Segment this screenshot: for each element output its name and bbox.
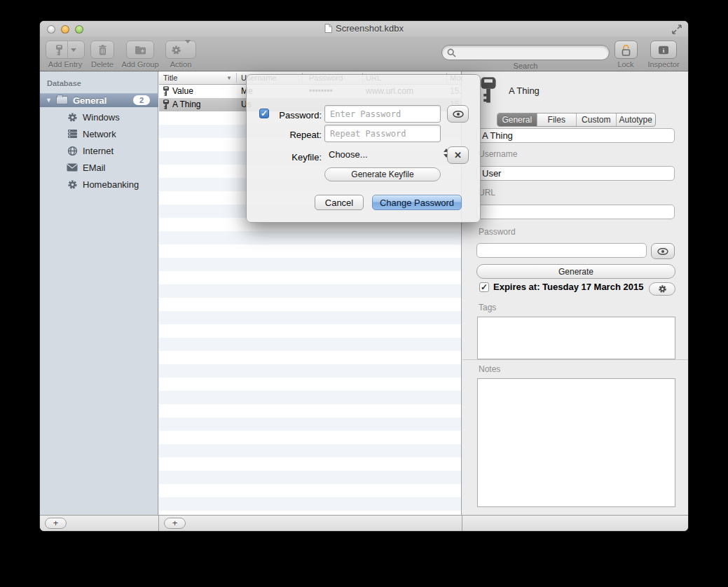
action-label: Action <box>165 60 196 69</box>
sidebar-group-general[interactable]: ▼ General 2 <box>40 93 158 107</box>
keyfile-value: Choose... <box>329 149 368 160</box>
inspector-tabs: General Files Custom Autotype <box>497 113 656 127</box>
delete-button[interactable] <box>90 41 114 59</box>
password-field[interactable] <box>476 243 647 258</box>
disclosure-triangle-icon[interactable]: ▼ <box>46 97 52 104</box>
envelope-icon <box>66 163 78 172</box>
key-icon <box>479 76 497 104</box>
sidebar-item-label: EMail <box>83 163 106 173</box>
document-icon <box>324 24 332 33</box>
bottom-bar: + + <box>40 515 688 531</box>
add-entry-dropdown[interactable] <box>67 41 79 58</box>
server-icon <box>66 129 78 139</box>
show-password-button[interactable] <box>651 243 675 259</box>
chevron-down-icon <box>71 48 76 52</box>
column-header-title[interactable]: Title <box>163 74 177 82</box>
window-chrome: Screenshot.kdbx Add Entry <box>40 21 688 71</box>
sidebar-item-label: Network <box>83 129 116 139</box>
sidebar-group-label: General <box>73 95 107 106</box>
gear-icon <box>658 284 667 294</box>
repeat-input[interactable] <box>324 125 441 142</box>
sidebar-item-network[interactable]: Network <box>40 125 158 142</box>
section-divider <box>462 359 688 360</box>
sidebar: Database ▼ General 2 Windows <box>40 71 158 515</box>
notes-input[interactable] <box>477 378 675 507</box>
delete-label: Delete <box>89 60 116 69</box>
add-entry-label: Add Entry <box>45 60 85 69</box>
action-button[interactable] <box>165 41 196 59</box>
url-field[interactable] <box>476 205 675 219</box>
column-divider[interactable] <box>236 73 237 83</box>
desktop-background: Screenshot.kdbx Add Entry <box>0 0 728 587</box>
cell-title: Value <box>172 86 193 96</box>
generate-keyfile-label: Generate Keyfile <box>351 170 413 179</box>
tags-label: Tags <box>479 303 496 312</box>
add-group-button[interactable] <box>126 41 154 59</box>
delete-group: Delete <box>89 41 116 69</box>
sort-descending-icon: ▼ <box>226 75 232 81</box>
tab-custom[interactable]: Custom <box>577 113 617 126</box>
plus-icon: + <box>53 518 59 528</box>
generate-password-button[interactable]: Generate <box>476 264 675 279</box>
tags-input[interactable] <box>477 317 675 359</box>
inspector-label: Inspector <box>644 60 683 69</box>
username-label: Username <box>479 149 517 159</box>
tab-autotype[interactable]: Autotype <box>617 113 656 126</box>
close-icon: ✕ <box>454 150 462 160</box>
add-entry-plus-button[interactable]: + <box>164 518 186 529</box>
expires-checkbox[interactable]: ✓ <box>479 282 489 292</box>
action-dropdown[interactable] <box>181 43 194 56</box>
search-field[interactable] <box>441 45 610 60</box>
sidebar-item-windows[interactable]: Windows <box>40 109 158 125</box>
keyfile-label: Keyfile: <box>252 152 322 163</box>
add-group-group: Add Group <box>119 41 161 69</box>
inspector-button[interactable]: i <box>650 41 677 59</box>
app-window: Screenshot.kdbx Add Entry <box>40 21 688 531</box>
folder-icon <box>56 96 68 104</box>
change-password-label: Change Password <box>380 198 454 208</box>
add-entry-button[interactable] <box>46 41 85 59</box>
change-password-button[interactable]: Change Password <box>372 195 462 210</box>
folder-plus-icon <box>135 46 146 55</box>
lock-open-icon <box>621 44 631 56</box>
window-title-area: Screenshot.kdbx <box>40 23 688 34</box>
lock-group: Lock <box>612 41 640 69</box>
gear-icon <box>66 179 78 190</box>
inspector-entry-title: A Thing <box>509 85 540 96</box>
show-password-button[interactable] <box>447 105 469 123</box>
gear-icon <box>66 112 78 123</box>
key-icon <box>163 99 170 110</box>
lock-button[interactable] <box>614 41 638 59</box>
search-label: Search <box>441 62 610 70</box>
sidebar-item-label: Windows <box>83 112 120 123</box>
window-title: Screenshot.kdbx <box>336 23 404 34</box>
add-group-plus-button[interactable]: + <box>45 518 67 529</box>
tab-general[interactable]: General <box>497 113 537 126</box>
repeat-label: Repeat: <box>252 130 322 140</box>
clear-keyfile-button[interactable]: ✕ <box>447 146 469 164</box>
expires-settings-button[interactable] <box>649 282 675 296</box>
password-label: Password <box>479 227 516 237</box>
tab-files[interactable]: Files <box>537 113 577 126</box>
title-bar[interactable]: Screenshot.kdbx <box>40 21 688 36</box>
generate-label: Generate <box>558 267 593 277</box>
cancel-button[interactable]: Cancel <box>315 195 364 210</box>
sidebar-item-label: Homebanking <box>83 179 139 190</box>
sidebar-item-email[interactable]: EMail <box>40 159 158 176</box>
change-password-popover: ✓ Password: Repeat: Keyfile: Choose... ✕… <box>246 74 481 223</box>
plus-icon: + <box>172 518 178 528</box>
title-field[interactable] <box>476 128 675 143</box>
sidebar-item-homebanking[interactable]: Homebanking <box>40 176 158 193</box>
generate-keyfile-button[interactable]: Generate Keyfile <box>324 167 441 181</box>
search-input[interactable] <box>459 48 609 57</box>
keyfile-combobox[interactable]: Choose... <box>324 147 449 163</box>
notes-label: Notes <box>479 364 500 374</box>
add-group-label: Add Group <box>119 60 161 69</box>
globe-icon <box>66 146 78 156</box>
action-group: Action <box>165 41 196 69</box>
password-input[interactable] <box>324 105 441 123</box>
sidebar-item-internet[interactable]: Internet <box>40 142 158 159</box>
fullscreen-icon[interactable] <box>671 24 682 35</box>
gear-icon <box>167 45 181 55</box>
username-field[interactable] <box>476 166 675 181</box>
